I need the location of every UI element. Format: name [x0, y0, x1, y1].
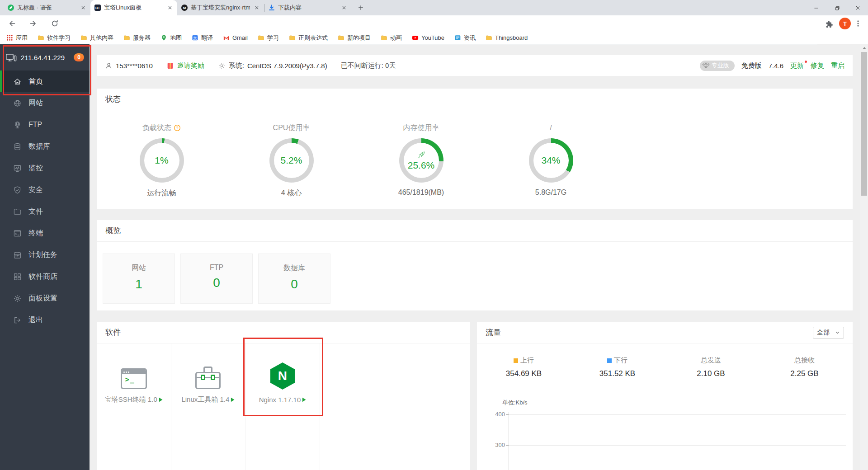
bookmark-item-4[interactable]: 服务器 [123, 34, 151, 42]
sidebar-item-terminal[interactable]: 终端 [0, 222, 90, 244]
bookmark-label: 新的项目 [347, 34, 371, 42]
bookmark-item-8[interactable]: 学习 [258, 34, 279, 42]
bookmark-item-1[interactable]: 应用 [6, 34, 28, 42]
bookmark-item-10[interactable]: 新的项目 [338, 34, 371, 42]
bookmark-item-6[interactable]: 文翻译 [192, 34, 213, 42]
gauge-title-text: / [550, 124, 552, 132]
window-restore-button[interactable] [826, 0, 847, 15]
tab-yuque-doc[interactable]: 无标题 · 语雀 [4, 0, 90, 15]
sidebar-item-logout[interactable]: 退出 [0, 309, 90, 331]
scrollbar-thumb[interactable] [861, 52, 867, 196]
play-icon[interactable] [159, 397, 163, 402]
traffic-stat-label: 总接收 [794, 356, 815, 365]
help-icon[interactable]: ? [174, 124, 181, 132]
bookmark-item-12[interactable]: YouTube [412, 34, 444, 41]
system-gear-icon [218, 62, 226, 70]
software-cell-empty [97, 421, 171, 470]
bookmark-label: YouTube [421, 34, 444, 41]
tab-close-icon[interactable] [340, 4, 348, 12]
bookmark-item-14[interactable]: Thingsboard [486, 34, 528, 41]
software-title: 软件 [105, 327, 121, 338]
gauge-ring: 25.6% [399, 138, 443, 183]
new-tab-button[interactable] [355, 2, 367, 14]
bookmark-item-2[interactable]: 软件学习 [38, 34, 71, 42]
bookmark-item-5[interactable]: 地图 [160, 34, 182, 42]
forward-button[interactable] [27, 18, 39, 29]
tab-downloads[interactable]: 下载内容 [264, 0, 351, 15]
bookmark-item-3[interactable]: 其他内容 [80, 34, 113, 42]
software-item-linux-toolbox[interactable]: Linux工具箱 1.4 [171, 343, 246, 421]
update-button[interactable]: 更新 [790, 61, 804, 70]
user-icon [105, 62, 113, 70]
overview-card-FTP[interactable]: FTP0 [180, 254, 253, 304]
bookmark-label: 应用 [16, 34, 28, 42]
bookmark-label: 软件学习 [47, 34, 71, 42]
reload-button[interactable] [49, 18, 61, 29]
pro-edition-badge[interactable]: 专业版 [700, 61, 735, 71]
tab-baota-panel[interactable]: BT宝塔Linux面板 [90, 0, 177, 15]
sidebar-item-monitor[interactable]: 监控 [0, 157, 90, 179]
restart-button[interactable]: 重启 [831, 61, 844, 70]
software-item-baota-ssh-terminal[interactable]: >_宝塔SSH终端 1.0 [97, 343, 171, 421]
invite-reward-link[interactable]: 邀请奖励 [177, 61, 204, 70]
sidebar-item-home[interactable]: 首页 [0, 70, 90, 92]
bookmark-item-13[interactable]: 资讯 [454, 34, 476, 42]
tab-close-icon[interactable] [79, 4, 87, 12]
window-close-button[interactable] [847, 0, 868, 15]
software-item-nginx[interactable]: NNginx 1.17.10 [245, 343, 320, 421]
profile-avatar[interactable]: T [839, 18, 851, 29]
sidebar-item-label: 监控 [28, 164, 43, 173]
folder-icon [486, 34, 492, 41]
window-minimize-button[interactable] [806, 0, 826, 15]
sidebar-item-shield[interactable]: 安全 [0, 179, 90, 201]
gauge-value: 5.2% [281, 155, 302, 166]
bookmark-item-9[interactable]: 正则表达式 [289, 34, 328, 42]
apps-icon [6, 34, 13, 41]
sidebar-item-site[interactable]: 网站 [0, 92, 90, 114]
software-name-text: Linux工具箱 1.4 [181, 395, 229, 404]
gauge-caption: 5.8G/17G [535, 188, 566, 197]
traffic-filter-select[interactable]: 全部 [813, 327, 844, 338]
tab-close-icon[interactable] [166, 4, 174, 12]
message-count-badge[interactable]: 0 [74, 53, 84, 61]
svg-text:M: M [183, 6, 186, 10]
play-icon[interactable] [302, 397, 306, 402]
back-button[interactable] [6, 18, 18, 29]
play-icon[interactable] [231, 397, 235, 402]
user-id[interactable]: 153****0610 [116, 62, 153, 70]
site-icon [13, 99, 22, 108]
bookmark-item-7[interactable]: Gmail [223, 34, 248, 41]
y-axis-tick-label: 300 [485, 442, 505, 448]
sidebar-item-gear[interactable]: 面板设置 [0, 287, 90, 309]
sidebar-item-label: 网站 [28, 99, 43, 108]
traffic-stat-2: 下行351.52 KB [571, 356, 664, 378]
tab-nginx-rtmp-article[interactable]: M基于宝塔安装nginx-rtmp-modu [177, 0, 264, 15]
browser-menu-icon[interactable] [853, 18, 863, 29]
repair-button[interactable]: 修复 [811, 61, 824, 70]
traffic-stat-label-text: 总发送 [701, 356, 721, 365]
folder-icon [38, 34, 44, 41]
sidebar-item-label: 安全 [28, 185, 43, 195]
sidebar-item-calendar[interactable]: 计划任务 [0, 244, 90, 266]
status-card: 状态 负载状态?1%运行流畅CPU使用率5.2%4 核心内存使用率25.6%46… [97, 89, 853, 209]
bookmark-label: 服务器 [133, 34, 151, 42]
overview-card-网站[interactable]: 网站1 [103, 254, 175, 304]
sidebar-item-ftp[interactable]: FTP [0, 114, 90, 136]
page-scrollbar[interactable] [860, 44, 868, 470]
gear-icon [13, 294, 22, 303]
bookmark-item-11[interactable]: 动画 [381, 34, 402, 42]
gauge-value: 34% [541, 155, 560, 166]
server-header[interactable]: 211.64.41.229 0 [0, 44, 90, 70]
overview-card-数据库[interactable]: 数据库0 [258, 254, 330, 304]
traffic-stat-label: 总发送 [701, 356, 721, 365]
chart-unit-label: 单位:Kb/s [502, 399, 528, 407]
software-item-name: Linux工具箱 1.4 [181, 395, 235, 404]
traffic-stat-4: 总接收2.25 GB [758, 356, 851, 378]
sidebar-item-database[interactable]: 数据库 [0, 136, 90, 157]
tab-close-icon[interactable] [253, 4, 260, 12]
scrollbar-up-arrow-icon[interactable] [860, 44, 868, 52]
logout-icon [13, 316, 22, 324]
sidebar-item-folderline[interactable]: 文件 [0, 201, 90, 222]
sidebar-item-grid[interactable]: 软件商店 [0, 266, 90, 287]
extensions-puzzle-icon[interactable] [824, 18, 835, 29]
